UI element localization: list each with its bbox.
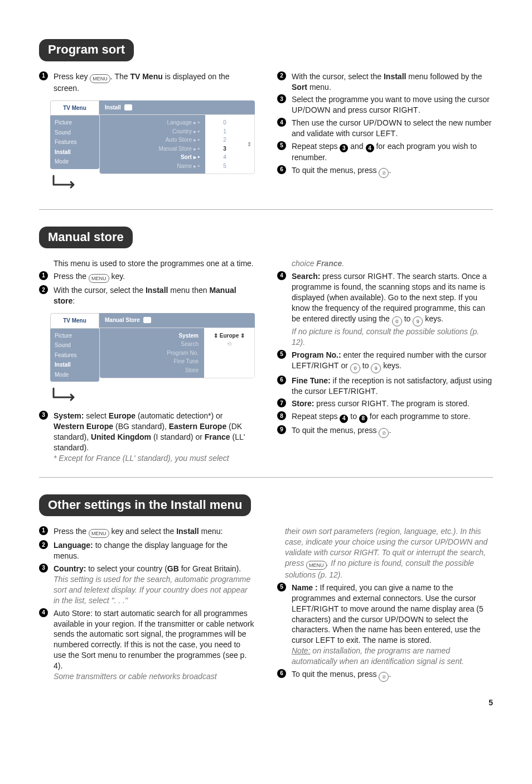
page-number: 5 [39,698,493,708]
divider [39,209,493,210]
step-bullet-5c: 5 [277,583,286,591]
ms-step1: Press the MENU key. [54,271,255,283]
section-other-settings: Other settings in the Install menu 1 Pre… [39,489,493,685]
step-bullet-1b: 1 [39,271,48,280]
ref-bullet-4: 4 [340,415,348,423]
os-step5: Name : If required, you can give a name … [292,583,493,667]
program-sort-left-col: 1 Press key MENU. The TV Menu is display… [39,69,255,198]
screen-icon [124,104,132,110]
menu-key-icon: MENU [89,274,109,283]
ms-step4: Search: press cursor RIGHT. The search s… [292,271,493,347]
cursor-icon: ⇕ [244,115,254,174]
step-bullet-6: 6 [277,165,286,174]
step-bullet-2c: 2 [39,540,48,549]
ms-step6: Fine Tune: if the reception is not satis… [292,376,493,397]
os-step3-note: This setting is used for the search, aut… [54,575,250,605]
ms-step3-note: * Except for France (LL' standard), you … [54,454,229,463]
os-step4-note: Some transmitters or cable networks broa… [54,672,217,681]
tv-menu-screenshot-install: TV Menu Picture Sound Features Install M… [50,100,255,189]
os-step5-note: Note: on installation, the programs are … [292,646,464,666]
step-bullet-5b: 5 [277,350,286,359]
heading-other-settings: Other settings in the Install menu [39,494,251,517]
tv-menu-screenshot-manual-store: TV Menu Picture Sound Features Install M… [50,313,255,402]
os-cont: their own sort parameters (region, langu… [285,526,493,580]
ms-step4-note: If no picture is found, consult the poss… [292,327,479,347]
zero-key-icon: 0 [392,316,402,326]
other-right-col: their own sort parameters (region, langu… [277,524,493,684]
step-bullet-1: 1 [39,71,48,80]
step-5-text: Repeat steps 3 and 4 for each program yo… [292,141,493,163]
manual-intro: This menu is used to store the programme… [54,258,255,269]
ref-bullet-8: 8 [359,415,367,423]
menu-options-col: Language ▸ • Country ▸ • Auto Store ▸ • … [100,115,205,174]
zero-key-icon: 0 [350,363,360,373]
step-bullet-7b: 7 [277,398,286,407]
ms-step9: To quit the menus, press ⎚. [292,425,493,438]
ms-step8: Repeat steps 4 to 8 for each programme t… [292,411,493,422]
menu-title: TV Menu [50,100,99,116]
os-step6: To quit the menus, press ⎚. [292,669,493,682]
step-bullet-6c: 6 [277,669,286,678]
step-bullet-6b: 6 [277,376,286,384]
menu-left-items: Picture Sound Features Install Mode [50,116,99,169]
step-bullet-2: 2 [277,71,286,80]
menu-values-col: ⇕ Europe ⇕ ⟲ [204,328,254,378]
menu-left-items: Picture Sound Features Install Mode [50,329,99,382]
menu-arrow-icon [50,386,99,402]
step-bullet-1c: 1 [39,526,48,535]
step-6-text: To quit the menus, press ⎚. [292,165,493,178]
ms-step7: Store: press cursor RIGHT. The program i… [292,398,493,409]
step-4-text: Then use the cursor UP/DOWN to select th… [292,118,493,139]
menu-key-icon: MENU [306,561,327,570]
os-step3: Country: to select your country (GB for … [54,564,255,606]
exit-key-icon: ⎚ [379,428,389,438]
menu-arrow-icon [50,174,99,189]
menu-values-col: 0 1 2 3 4 5 [205,115,244,174]
heading-manual-store: Manual store [39,227,133,249]
step-bullet-8b: 8 [277,411,286,420]
heading-program-sort: Program sort [39,39,134,61]
ref-bullet-3: 3 [340,144,348,152]
os-step4: Auto Store: to start automatic search fo… [54,608,255,682]
step-bullet-4c: 4 [39,608,48,617]
ms-step2: With the cursor, select the Install menu… [54,285,255,306]
step-bullet-3c: 3 [39,564,48,573]
other-left-col: 1 Press the MENU key and select the Inst… [39,524,255,684]
menu-header: Install [99,100,255,115]
nine-key-icon: 9 [413,316,423,326]
step-bullet-9b: 9 [277,425,286,434]
screen-icon [143,317,151,323]
nine-key-icon: 9 [371,363,381,373]
menu-key-icon: MENU [90,74,110,83]
exit-key-icon: ⎚ [379,168,389,178]
step-bullet-4b: 4 [277,271,286,280]
step-2-text: With the cursor, select the Install menu… [292,71,493,93]
menu-title: TV Menu [50,313,99,329]
step-bullet-3: 3 [277,94,286,103]
menu-header: Manual Store [99,313,255,328]
manual-store-left-col: This menu is used to store the programme… [39,256,255,465]
divider [39,477,493,478]
menu-options-col: System Search Program No. Fine Tune Stor… [100,328,204,378]
os-step1: Press the MENU key and select the Instal… [54,526,255,538]
exit-key-icon: ⎚ [379,672,389,682]
ms-step3: System: select Europe (automatic detecti… [54,411,255,463]
os-step2: Language: to change the display language… [54,540,255,561]
manual-store-right-col: choice France. 4 Search: press cursor RI… [277,256,493,465]
ms-choice: choice France. [292,258,493,269]
section-program-sort: Program sort 1 Press key MENU. The TV Me… [39,33,493,198]
menu-key-icon: MENU [89,529,109,538]
step-bullet-4: 4 [277,118,286,127]
ms-step5: Program No.: enter the required number w… [292,350,493,373]
step-bullet-2b: 2 [39,285,48,294]
ref-bullet-4: 4 [366,144,374,152]
program-sort-right-col: 2 With the cursor, select the Install me… [277,69,493,198]
step-bullet-5: 5 [277,141,286,150]
step-3-text: Select the programme you want to move us… [292,94,493,116]
section-manual-store: Manual store This menu is used to store … [39,221,493,466]
step-bullet-3b: 3 [39,411,48,420]
step-1-text: Press key MENU. The TV Menu is displayed… [54,71,255,94]
